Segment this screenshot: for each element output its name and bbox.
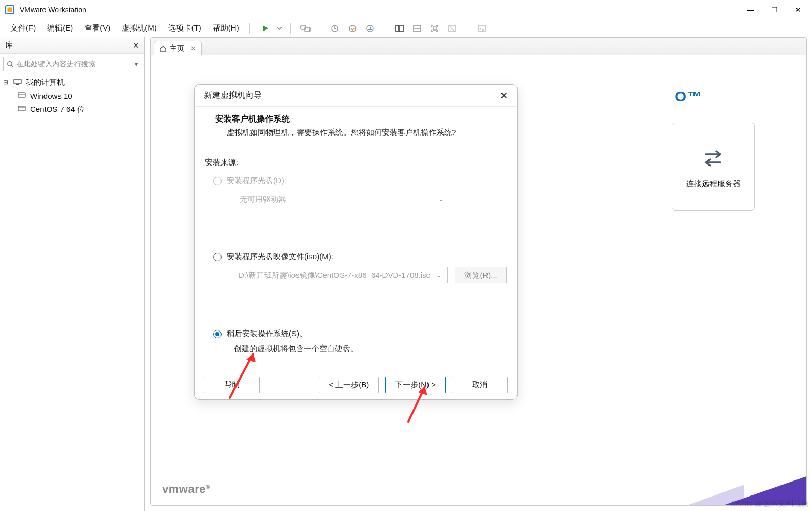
tree-item-label: Windows 10 bbox=[30, 92, 72, 100]
menu-help[interactable]: 帮助(H) bbox=[208, 20, 244, 36]
window-minimize-button[interactable]: — bbox=[739, 2, 762, 18]
console-icon[interactable] bbox=[475, 21, 489, 36]
snapshot-manage-icon[interactable] bbox=[363, 21, 377, 36]
svg-rect-17 bbox=[14, 79, 21, 84]
menu-file[interactable]: 文件(F) bbox=[5, 20, 41, 36]
svg-point-5 bbox=[349, 25, 356, 32]
iso-path-field[interactable]: D:\新开班所需\ios镜像\CentOS-7-x86_64-DVD-1708.… bbox=[233, 267, 448, 283]
quick-connect-card[interactable]: 连接远程服务器 bbox=[672, 123, 755, 211]
connect-remote-icon bbox=[700, 145, 727, 172]
search-placeholder: 在此处键入内容进行搜索 bbox=[16, 59, 135, 69]
svg-rect-19 bbox=[18, 93, 25, 97]
svg-line-16 bbox=[11, 65, 13, 67]
send-devices-icon[interactable] bbox=[298, 21, 313, 36]
cancel-button[interactable]: 取消 bbox=[452, 377, 508, 393]
vmware-logo: vmware® bbox=[162, 483, 210, 496]
snapshot-revert-icon[interactable] bbox=[345, 21, 360, 36]
layout-1-icon[interactable] bbox=[392, 21, 407, 36]
search-dropdown-icon[interactable]: ▾ bbox=[135, 61, 138, 68]
app-icon bbox=[4, 4, 16, 16]
iso-path-value: D:\新开班所需\ios镜像\CentOS-7-x86_64-DVD-1708.… bbox=[239, 270, 430, 280]
next-button[interactable]: 下一步(N) > bbox=[385, 377, 446, 393]
radio-icon bbox=[213, 330, 222, 338]
window-maximize-button[interactable]: ☐ bbox=[762, 2, 786, 18]
chevron-down-icon: ⌄ bbox=[438, 196, 444, 203]
disc-drive-combo[interactable]: 无可用驱动器 ⌄ bbox=[233, 191, 450, 207]
dialog-header-title: 安装客户机操作系统 bbox=[215, 114, 496, 125]
watermark: CSDN @达米安利拉德 bbox=[730, 499, 809, 509]
tree-root-my-computer[interactable]: ⊟ 我的计算机 bbox=[3, 76, 141, 89]
back-button[interactable]: < 上一步(B) bbox=[319, 377, 379, 393]
dialog-title: 新建虚拟机向导 bbox=[204, 90, 262, 101]
vm-icon bbox=[18, 106, 27, 113]
library-sidebar: 库 ✕ 在此处键入内容进行搜索 ▾ ⊟ 我的计算机 bbox=[0, 37, 145, 511]
snapshot-take-icon[interactable] bbox=[328, 21, 342, 36]
power-dropdown-icon[interactable] bbox=[276, 21, 283, 36]
radio-install-disc[interactable]: 安装程序光盘(D): bbox=[213, 176, 507, 186]
svg-rect-9 bbox=[414, 25, 421, 32]
search-icon bbox=[7, 61, 14, 68]
svg-rect-1 bbox=[8, 8, 12, 12]
install-later-hint: 创建的虚拟机将包含一个空白硬盘。 bbox=[213, 344, 507, 354]
svg-rect-21 bbox=[18, 106, 25, 111]
svg-rect-18 bbox=[16, 84, 19, 85]
dialog-header-subtitle: 虚拟机如同物理机，需要操作系统。您将如何安装客户机操作系统? bbox=[215, 128, 496, 138]
help-button[interactable]: 帮助 bbox=[204, 377, 260, 393]
power-on-icon[interactable] bbox=[258, 21, 273, 36]
computer-icon bbox=[13, 79, 23, 86]
window-close-button[interactable]: ✕ bbox=[786, 2, 810, 18]
chevron-down-icon: ⌄ bbox=[437, 272, 442, 279]
unity-icon[interactable] bbox=[445, 21, 460, 36]
tab-label: 主页 bbox=[170, 44, 184, 53]
main-panel: 主页 ✕ O™ 连接远程服务器 vmware® bbox=[150, 37, 807, 506]
radio-label: 稍后安装操作系统(S)。 bbox=[227, 329, 307, 339]
radio-icon bbox=[213, 177, 222, 185]
tree-item-windows10[interactable]: Windows 10 bbox=[3, 89, 141, 102]
radio-label: 安装程序光盘映像文件(iso)(M): bbox=[227, 252, 333, 262]
new-vm-wizard-dialog: 新建虚拟机向导 ✕ 安装客户机操作系统 虚拟机如同物理机，需要操作系统。您将如何… bbox=[194, 84, 518, 400]
layout-2-icon[interactable] bbox=[410, 21, 424, 36]
svg-rect-14 bbox=[478, 25, 485, 32]
svg-line-13 bbox=[450, 26, 455, 32]
menu-edit[interactable]: 编辑(E) bbox=[42, 20, 78, 36]
radio-install-iso[interactable]: 安装程序光盘映像文件(iso)(M): bbox=[213, 252, 507, 262]
svg-marker-23 bbox=[246, 354, 256, 362]
fullscreen-icon[interactable] bbox=[427, 21, 442, 36]
tab-close-button[interactable]: ✕ bbox=[190, 44, 196, 52]
tab-home[interactable]: 主页 ✕ bbox=[154, 41, 202, 55]
radio-icon bbox=[213, 253, 222, 261]
tree-item-label: CentOS 7 64 位 bbox=[30, 104, 85, 114]
radio-label: 安装程序光盘(D): bbox=[227, 176, 286, 186]
svg-rect-7 bbox=[396, 25, 403, 32]
home-icon bbox=[159, 45, 167, 52]
tree-root-label: 我的计算机 bbox=[26, 78, 65, 87]
dialog-close-button[interactable]: ✕ bbox=[500, 90, 508, 101]
svg-point-15 bbox=[8, 62, 12, 66]
menu-tabs[interactable]: 选项卡(T) bbox=[163, 20, 206, 36]
library-search-input[interactable]: 在此处键入内容进行搜索 ▾ bbox=[3, 57, 141, 71]
svg-rect-11 bbox=[433, 27, 436, 30]
vm-icon bbox=[18, 92, 27, 99]
radio-install-later[interactable]: 稍后安装操作系统(S)。 bbox=[213, 329, 507, 339]
quick-connect-label: 连接远程服务器 bbox=[686, 179, 741, 189]
menu-view[interactable]: 查看(V) bbox=[79, 20, 115, 36]
combo-value: 无可用驱动器 bbox=[240, 194, 286, 204]
pro-brand-fragment: O™ bbox=[675, 88, 703, 105]
app-title: VMware Workstation bbox=[20, 6, 86, 14]
sidebar-close-button[interactable]: ✕ bbox=[132, 41, 139, 50]
sidebar-title: 库 bbox=[5, 40, 13, 50]
install-source-label: 安装来源: bbox=[205, 158, 507, 168]
toolbar-separator bbox=[249, 23, 250, 34]
tree-collapse-icon[interactable]: ⊟ bbox=[3, 79, 10, 86]
tree-item-centos7[interactable]: CentOS 7 64 位 bbox=[3, 102, 141, 116]
menu-vm[interactable]: 虚拟机(M) bbox=[116, 20, 162, 36]
browse-button[interactable]: 浏览(R)... bbox=[455, 267, 507, 283]
